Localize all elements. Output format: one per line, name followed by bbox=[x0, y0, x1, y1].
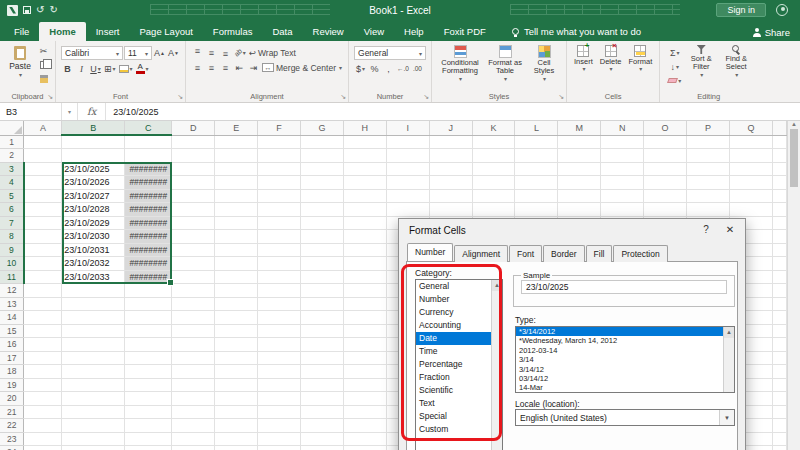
cell-D11[interactable] bbox=[172, 270, 215, 284]
cell-A15[interactable] bbox=[24, 324, 62, 338]
cell-E20[interactable] bbox=[215, 392, 258, 406]
cell-C11[interactable]: ######## bbox=[125, 270, 172, 284]
cell-A2[interactable] bbox=[24, 149, 62, 163]
cell-D12[interactable] bbox=[172, 284, 215, 298]
column-header-M[interactable]: M bbox=[558, 121, 601, 135]
cell-B15[interactable] bbox=[62, 324, 125, 338]
cell-C12[interactable] bbox=[125, 284, 172, 298]
close-icon[interactable]: ✕ bbox=[721, 222, 739, 238]
cell-D24[interactable] bbox=[172, 446, 215, 450]
cell-E10[interactable] bbox=[215, 257, 258, 271]
clear-button[interactable] bbox=[667, 74, 682, 87]
cell-O6[interactable] bbox=[644, 203, 687, 217]
row-header-12[interactable]: 12 bbox=[0, 284, 24, 298]
accounting-format-button[interactable]: $ bbox=[354, 62, 367, 75]
category-item-text[interactable]: Text bbox=[416, 397, 491, 410]
cell-M6[interactable] bbox=[558, 203, 601, 217]
format-painter-button[interactable] bbox=[37, 72, 50, 85]
cell-H18[interactable] bbox=[343, 365, 386, 379]
column-header-A[interactable]: A bbox=[24, 121, 62, 135]
column-header-C[interactable]: C bbox=[125, 121, 172, 135]
dialog-tab-font[interactable]: Font bbox=[509, 245, 542, 262]
type-item-0[interactable]: *3/14/2012 bbox=[516, 327, 723, 336]
cell-G16[interactable] bbox=[300, 338, 343, 352]
cell-E12[interactable] bbox=[215, 284, 258, 298]
cell-A20[interactable] bbox=[24, 392, 62, 406]
cell-F2[interactable] bbox=[258, 149, 301, 163]
decrease-indent-button[interactable]: ⇤ bbox=[233, 61, 246, 74]
redo-icon[interactable]: ↻ bbox=[49, 5, 57, 15]
row-header-21[interactable]: 21 bbox=[0, 405, 24, 419]
cell-H23[interactable] bbox=[343, 432, 386, 446]
cell-F21[interactable] bbox=[258, 405, 301, 419]
cell-F7[interactable] bbox=[258, 216, 301, 230]
cell-B7[interactable]: 23/10/2029 bbox=[62, 216, 125, 230]
category-item-time[interactable]: Time bbox=[416, 345, 491, 358]
row-header-16[interactable]: 16 bbox=[0, 338, 24, 352]
row-header-14[interactable]: 14 bbox=[0, 311, 24, 325]
cell-E19[interactable] bbox=[215, 378, 258, 392]
cell-G17[interactable] bbox=[300, 351, 343, 365]
cell-I4[interactable] bbox=[386, 176, 429, 190]
underline-button[interactable]: U bbox=[89, 62, 102, 75]
row-header-23[interactable]: 23 bbox=[0, 432, 24, 446]
cell-C7[interactable]: ######## bbox=[125, 216, 172, 230]
insert-cells-button[interactable]: + Insert bbox=[572, 44, 595, 91]
column-header-D[interactable]: D bbox=[172, 121, 215, 135]
cell-E16[interactable] bbox=[215, 338, 258, 352]
cell-G11[interactable] bbox=[300, 270, 343, 284]
cell-N5[interactable] bbox=[601, 189, 644, 203]
cell-J1[interactable] bbox=[429, 135, 472, 149]
type-scrollbar[interactable]: ▲ bbox=[723, 327, 734, 392]
column-header-P[interactable]: P bbox=[687, 121, 730, 135]
row-header-4[interactable]: 4 bbox=[0, 176, 24, 190]
cell-C10[interactable]: ######## bbox=[125, 257, 172, 271]
paste-button[interactable]: Paste bbox=[5, 44, 35, 85]
cell-D6[interactable] bbox=[172, 203, 215, 217]
cell-F16[interactable] bbox=[258, 338, 301, 352]
cell-E8[interactable] bbox=[215, 230, 258, 244]
cell-G13[interactable] bbox=[300, 297, 343, 311]
cell-L4[interactable] bbox=[515, 176, 558, 190]
cell-C15[interactable] bbox=[125, 324, 172, 338]
cell-D4[interactable] bbox=[172, 176, 215, 190]
cell-H7[interactable] bbox=[343, 216, 386, 230]
cell-P1[interactable] bbox=[687, 135, 730, 149]
cell-B8[interactable]: 23/10/2030 bbox=[62, 230, 125, 244]
column-header-B[interactable]: B bbox=[62, 121, 125, 135]
cell-F1[interactable] bbox=[258, 135, 301, 149]
cell-C24[interactable] bbox=[125, 446, 172, 450]
row-header-15[interactable]: 15 bbox=[0, 324, 24, 338]
cell-H24[interactable] bbox=[343, 446, 386, 450]
cell-A19[interactable] bbox=[24, 378, 62, 392]
row-header-1[interactable]: 1 bbox=[0, 135, 24, 149]
cell-J3[interactable] bbox=[429, 162, 472, 176]
type-item-2[interactable]: 2012-03-14 bbox=[516, 346, 723, 355]
cell-D9[interactable] bbox=[172, 243, 215, 257]
cell-I6[interactable] bbox=[386, 203, 429, 217]
cell-H12[interactable] bbox=[343, 284, 386, 298]
dialog-tab-border[interactable]: Border bbox=[543, 245, 585, 262]
cell-O2[interactable] bbox=[644, 149, 687, 163]
cell-B10[interactable]: 23/10/2032 bbox=[62, 257, 125, 271]
cell-I5[interactable] bbox=[386, 189, 429, 203]
cell-E3[interactable] bbox=[215, 162, 258, 176]
name-box[interactable]: B3 bbox=[0, 103, 62, 120]
row-header-3[interactable]: 3 bbox=[0, 162, 24, 176]
cell-A8[interactable] bbox=[24, 230, 62, 244]
cell-A16[interactable] bbox=[24, 338, 62, 352]
increase-indent-button[interactable]: ⇥ bbox=[247, 61, 260, 74]
cell-C21[interactable] bbox=[125, 405, 172, 419]
cell-A4[interactable] bbox=[24, 176, 62, 190]
italic-button[interactable]: I bbox=[75, 62, 88, 75]
cell-L3[interactable] bbox=[515, 162, 558, 176]
cell-M2[interactable] bbox=[558, 149, 601, 163]
bold-button[interactable]: B bbox=[61, 62, 74, 75]
cell-G14[interactable] bbox=[300, 311, 343, 325]
font-size-combo[interactable]: 11 bbox=[124, 46, 152, 60]
category-scrollbar[interactable]: ▲ bbox=[491, 280, 502, 450]
cell-O4[interactable] bbox=[644, 176, 687, 190]
undo-icon[interactable]: ↺ bbox=[36, 5, 44, 15]
cell-A10[interactable] bbox=[24, 257, 62, 271]
cell-B24[interactable] bbox=[62, 446, 125, 450]
